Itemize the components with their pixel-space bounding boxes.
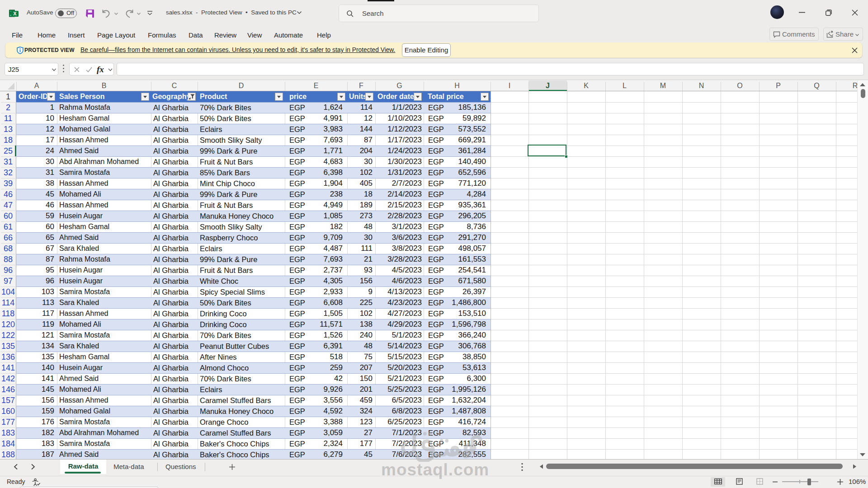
svg-text:X: X: [13, 11, 17, 16]
